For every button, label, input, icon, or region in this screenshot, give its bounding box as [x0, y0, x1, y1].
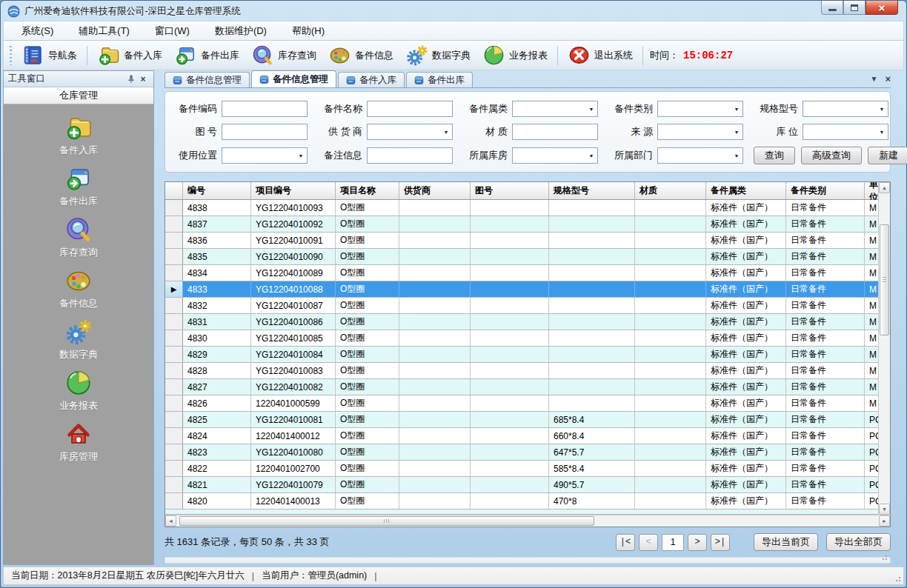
toolbar-parts-inbound[interactable]: 备件入库	[91, 41, 168, 69]
column-header-9[interactable]: 备件类别	[786, 182, 865, 199]
toolbar-navigator[interactable]: 导航条	[16, 41, 83, 69]
supplier-select[interactable]: ▼	[367, 124, 453, 140]
row-selector-header[interactable]	[165, 182, 183, 199]
part-code-input[interactable]	[222, 101, 308, 117]
usage-position-select[interactable]: ▼	[222, 147, 308, 164]
row-selector[interactable]	[165, 477, 183, 492]
row-selector[interactable]	[165, 249, 183, 264]
menu-window[interactable]: 窗口(W)	[147, 21, 197, 41]
row-selector[interactable]	[165, 444, 183, 460]
table-row[interactable]: 4828YG12204010083O型圈标准件（国产）日常备件M	[165, 363, 878, 379]
part-type-select[interactable]: ▼	[657, 101, 743, 117]
part-name-input[interactable]	[367, 101, 453, 117]
table-row[interactable]: 4831YG12204010086O型圈标准件（国产）日常备件M	[165, 314, 878, 330]
close-button[interactable]: ×	[866, 1, 898, 15]
sidebar-item-data-dictionary[interactable]: 数据字典	[4, 318, 153, 361]
row-selector[interactable]	[165, 233, 183, 248]
column-header-3[interactable]: 项目名称	[336, 182, 399, 199]
sidebar-item-parts-inbound[interactable]: 备件入库	[4, 113, 153, 157]
column-header-2[interactable]: 项目编号	[251, 182, 336, 199]
tab-parts-outbound[interactable]: 备件出库	[406, 72, 473, 87]
column-header-7[interactable]: 材质	[635, 182, 706, 199]
last-page-button[interactable]: >|	[711, 534, 730, 551]
menu-help[interactable]: 帮助(H)	[285, 21, 332, 41]
maximize-button[interactable]	[843, 1, 866, 15]
menu-data-maintenance[interactable]: 数据维护(D)	[207, 21, 274, 41]
menu-system[interactable]: 系统(S)	[14, 21, 61, 41]
table-row[interactable]: 4829YG12204010084O型圈标准件（国产）日常备件M	[165, 347, 878, 363]
source-select[interactable]: ▼	[657, 124, 743, 140]
tab-list-dropdown-icon[interactable]: ▼	[871, 75, 878, 83]
page-number-input[interactable]	[662, 534, 684, 551]
scroll-up-icon[interactable]: ▲	[879, 182, 890, 193]
row-selector[interactable]	[165, 428, 183, 444]
column-header-5[interactable]: 图号	[471, 182, 549, 199]
row-selector[interactable]	[165, 493, 183, 509]
resize-grip-icon[interactable]	[894, 575, 901, 582]
row-selector[interactable]	[165, 265, 183, 281]
table-row[interactable]: ▶4833YG12204010088O型圈标准件（国产）日常备件M	[165, 281, 878, 298]
location-select[interactable]: ▼	[803, 124, 888, 140]
table-row[interactable]: 4832YG12204010087O型圈标准件（国产）日常备件M	[165, 298, 878, 314]
material-input[interactable]	[512, 124, 598, 140]
row-selector[interactable]	[165, 200, 183, 216]
warehouse-select[interactable]: ▼	[512, 147, 598, 164]
row-selector[interactable]	[165, 216, 183, 232]
export-all-pages-button[interactable]: 导出全部页	[826, 533, 891, 551]
sidebar-item-parts-outbound[interactable]: 备件出库	[4, 164, 153, 208]
tool-window-close-button[interactable]: ×	[137, 73, 149, 85]
export-current-page-button[interactable]: 导出当前页	[754, 533, 818, 551]
table-row[interactable]: 4835YG12204010090O型圈标准件（国产）日常备件M	[165, 249, 878, 265]
remark-input[interactable]	[367, 147, 453, 164]
row-selector[interactable]	[165, 461, 183, 476]
table-row[interactable]: 48201220401400013O型圈470*8标准件（国产）日常备件PC	[165, 493, 878, 510]
row-selector[interactable]	[165, 330, 183, 346]
row-selector[interactable]	[165, 395, 183, 411]
minimize-button[interactable]	[821, 1, 843, 15]
toolbar-data-dictionary[interactable]: 数据字典	[399, 41, 476, 69]
toolbar-business-report[interactable]: 业务报表	[476, 41, 554, 69]
row-selector[interactable]	[165, 379, 183, 395]
column-header-8[interactable]: 备件属类	[706, 182, 786, 199]
table-row[interactable]: 48221220401002700O型圈585*8.4标准件（国产）日常备件PC	[165, 461, 878, 477]
sidebar-item-business-report[interactable]: 业务报表	[4, 369, 153, 412]
table-row[interactable]: 4838YG12204010093O型圈标准件（国产）日常备件M	[165, 200, 878, 216]
column-header-10[interactable]: 单位	[865, 182, 878, 199]
prev-page-button[interactable]: <	[639, 534, 658, 551]
sidebar-item-parts-info[interactable]: 备件信息	[4, 267, 153, 310]
table-row[interactable]: 48241220401400012O型圈660*8.4标准件（国产）日常备件PC	[165, 428, 878, 444]
tab-parts-info-mgmt-2-active[interactable]: 备件信息管理	[251, 70, 336, 87]
tab-close-icon[interactable]: ×	[885, 73, 891, 84]
toolbar-grip[interactable]	[10, 46, 12, 65]
drawing-no-input[interactable]	[222, 124, 308, 140]
row-selector[interactable]	[165, 298, 183, 313]
spec-model-select[interactable]: ▼	[803, 101, 888, 117]
table-row[interactable]: 4823YG12204010080O型圈647*5.7标准件（国产）日常备件PC	[165, 444, 878, 461]
table-row[interactable]: 4834YG12204010089O型圈标准件（国产）日常备件M	[165, 265, 878, 281]
pin-button[interactable]	[125, 73, 137, 85]
table-row[interactable]: 4821YG12204010079O型圈490*5.7标准件（国产）日常备件PC	[165, 477, 878, 493]
row-selector[interactable]	[165, 363, 183, 378]
scroll-down-icon[interactable]: ▼	[879, 504, 890, 515]
toolbar-exit-system[interactable]: 退出系统	[562, 41, 639, 69]
sidebar-item-warehouse-mgmt[interactable]: 库房管理	[4, 420, 153, 464]
resize-grip-icon[interactable]	[880, 553, 888, 561]
part-category-select[interactable]: ▼	[512, 101, 598, 117]
toolbar-parts-info[interactable]: 备件信息	[322, 41, 399, 69]
query-button[interactable]: 查询	[754, 147, 795, 164]
toolbar-parts-outbound[interactable]: 备件出库	[168, 41, 245, 69]
column-header-4[interactable]: 供货商	[399, 182, 471, 199]
next-page-button[interactable]: >	[688, 534, 707, 551]
tab-parts-info-mgmt-1[interactable]: 备件信息管理	[165, 72, 250, 87]
row-selector[interactable]	[165, 314, 183, 330]
sidebar-item-stock-query[interactable]: 库存查询	[4, 216, 153, 259]
tab-parts-inbound[interactable]: 备件入库	[338, 72, 405, 87]
table-row[interactable]: 48261220401000599O型圈标准件（国产）日常备件M	[165, 395, 878, 412]
table-row[interactable]: 4827YG12204010082O型圈标准件（国产）日常备件M	[165, 379, 878, 395]
vertical-scrollbar-thumb[interactable]	[880, 224, 889, 335]
scroll-left-icon[interactable]: ◄	[165, 515, 176, 527]
table-row[interactable]: 4830YG12204010085O型圈标准件（国产）日常备件M	[165, 330, 878, 347]
table-row[interactable]: 4825YG12204010081O型圈685*8.4标准件（国产）日常备件PC	[165, 412, 878, 428]
vertical-scrollbar[interactable]: ▲ ▼	[878, 182, 890, 515]
horizontal-scrollbar[interactable]: ◄ ►	[165, 515, 890, 527]
